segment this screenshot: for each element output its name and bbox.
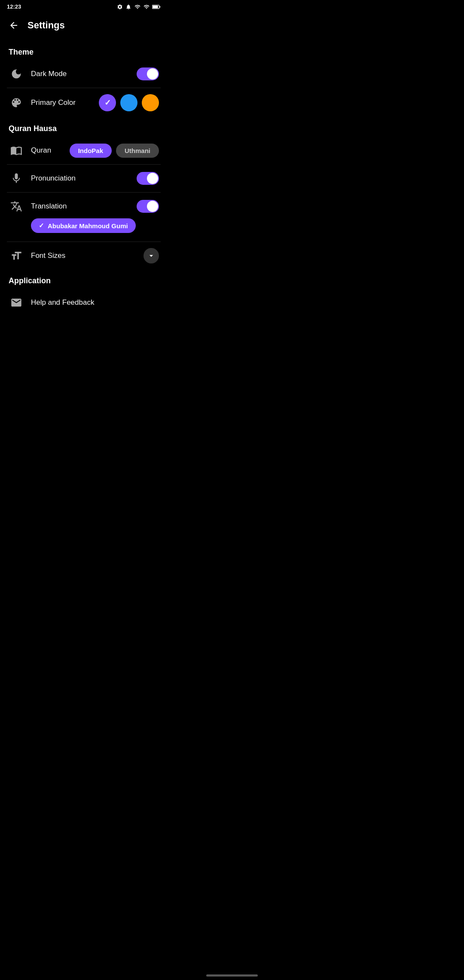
color-selected-check: ✓ [104, 98, 111, 107]
status-time: 12:23 [7, 3, 21, 10]
signal-status-icon [143, 4, 150, 10]
translation-row[interactable]: Translation [0, 193, 168, 220]
quran-indopak-btn[interactable]: IndoPak [70, 144, 112, 158]
pronunciation-icon [9, 171, 24, 186]
status-icons [117, 4, 161, 10]
back-button[interactable] [7, 18, 21, 32]
translation-selected-container: ✓ Abubakar Mahmoud Gumi [22, 218, 168, 237]
dark-mode-label: Dark Mode [31, 70, 130, 78]
pronunciation-label: Pronunciation [31, 174, 130, 183]
notification-status-icon [125, 4, 131, 10]
pronunciation-toggle-knob [147, 173, 158, 184]
color-blue[interactable] [120, 94, 137, 111]
pronunciation-toggle[interactable] [137, 172, 159, 185]
translation-check: ✓ [39, 222, 44, 230]
dark-mode-toggle-knob [147, 68, 158, 80]
quran-section-label: Quran Hausa [0, 117, 168, 137]
dark-mode-toggle[interactable] [137, 67, 159, 80]
translation-name: Abubakar Mahmoud Gumi [48, 222, 128, 230]
page-title: Settings [27, 20, 65, 31]
settings-status-icon [117, 4, 123, 10]
dark-mode-icon [9, 66, 24, 82]
quran-buttons: IndoPak Uthmani [70, 144, 159, 158]
dark-mode-row[interactable]: Dark Mode [0, 60, 168, 88]
svg-rect-2 [153, 6, 158, 8]
translation-icon [9, 199, 24, 214]
back-arrow-icon [9, 20, 19, 31]
translation-toggle-knob [147, 201, 158, 212]
color-orange[interactable] [142, 94, 159, 111]
primary-color-label: Primary Color [31, 98, 92, 107]
wifi-status-icon [134, 4, 141, 10]
header: Settings [0, 13, 168, 41]
color-options: ✓ [99, 94, 159, 111]
pronunciation-row[interactable]: Pronunciation [0, 165, 168, 192]
help-feedback-row[interactable]: Help and Feedback [0, 289, 168, 316]
translation-toggle[interactable] [137, 200, 159, 213]
font-sizes-row[interactable]: Font Sizes [0, 242, 168, 270]
translation-badge[interactable]: ✓ Abubakar Mahmoud Gumi [31, 218, 136, 233]
primary-color-row[interactable]: Primary Color ✓ [0, 88, 168, 117]
quran-icon [9, 143, 24, 158]
theme-section-label: Theme [0, 41, 168, 60]
battery-status-icon [152, 4, 161, 9]
font-sizes-dropdown-icon [143, 248, 159, 263]
translation-label: Translation [31, 202, 130, 211]
svg-rect-1 [160, 6, 161, 7]
quran-row: Quran IndoPak Uthmani [0, 137, 168, 164]
help-feedback-label: Help and Feedback [31, 298, 159, 307]
status-bar: 12:23 [0, 0, 168, 13]
color-purple[interactable]: ✓ [99, 94, 116, 111]
quran-uthmani-btn[interactable]: Uthmani [116, 144, 159, 158]
primary-color-icon [9, 95, 24, 110]
help-feedback-icon [9, 295, 24, 310]
application-section-label: Application [0, 270, 168, 289]
quran-label: Quran [31, 146, 63, 155]
font-sizes-icon [9, 248, 24, 263]
font-sizes-label: Font Sizes [31, 251, 137, 260]
